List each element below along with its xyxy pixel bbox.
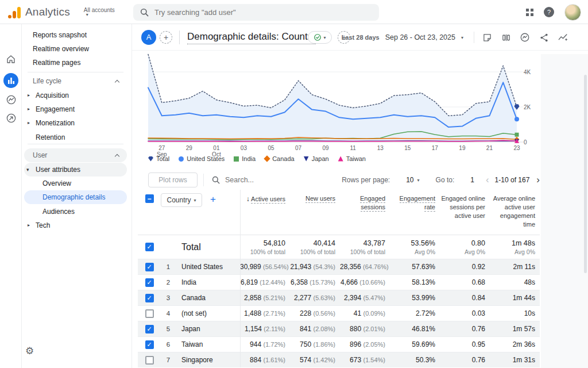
total-cell: 54,810100% of total [240,239,290,255]
goto-page-input[interactable]: 1 [470,176,474,184]
table-search[interactable] [212,176,300,184]
admin-gear-icon[interactable]: ⚙ [25,345,34,357]
account-switcher[interactable]: All accounts ▾ [84,7,115,17]
global-search[interactable] [133,4,379,21]
insights-icon[interactable] [557,32,568,43]
active-users-line-chart[interactable]: 02K4K27Sep2901Oct0305070911131517192123 [132,51,588,170]
table-row[interactable]: 4(not set)1,488 (2.71%)228 (0.56%)41 (0.… [138,305,540,321]
rows-per-page-label: Rows per page: [342,176,390,184]
metric-cell: 53.99% [390,294,440,302]
expand-arrow-icon: ▸ [28,102,30,116]
row-checkbox[interactable] [145,309,154,318]
section-user[interactable]: User [24,148,127,162]
column-header[interactable]: Engaged sessions [340,193,390,212]
advertising-icon[interactable] [3,110,18,125]
row-index: 2 [161,279,176,286]
home-icon[interactable] [3,52,18,67]
metric-cell: 1m 31s [490,356,540,364]
row-checkbox[interactable] [145,263,154,271]
sidebar-item-retention[interactable]: Retention [24,131,127,144]
report-saved-indicator[interactable]: ▾ [308,31,332,44]
row-index: 3 [161,294,176,301]
metric-cell: 0.92 [440,263,490,271]
table-header-row: Country▾ + ↓ Active usersNew usersEngage… [138,190,540,235]
metric-cell: 57.63% [390,263,440,271]
table-body: 1United States30,989 (56.54%)21,943 (54.… [138,259,540,367]
table-search-input[interactable] [225,176,300,184]
date-range-picker[interactable]: Sep 26 - Oct 23, 2025 [385,33,455,41]
table-row[interactable]: 3Canada2,858 (5.21%)2,277 (5.63%)2,394 (… [138,290,540,305]
metric-cell: 2,858 (5.21%) [240,294,290,302]
sidebar-item-monetization[interactable]: ▸Monetization [24,116,127,130]
row-checkbox[interactable] [145,340,154,349]
sidebar-item-reports-snapshot[interactable]: Reports snapshot [24,28,127,42]
next-page-icon[interactable]: › [536,174,540,186]
share-icon[interactable] [538,32,550,43]
top-app-bar: Analytics All accounts ▾ ? [0,0,588,24]
total-cell: 43,787100% of total [340,239,390,255]
total-label: Total [176,242,240,252]
rows-per-page-select[interactable]: 10 [406,176,413,184]
column-header[interactable]: Engaged online sessions per active user [440,193,490,220]
add-collection-icon[interactable]: + [160,31,172,44]
analytics-logo-icon[interactable] [8,6,21,18]
help-icon[interactable]: ? [544,7,554,17]
dimension-dropdown[interactable]: Country▾ [161,193,202,207]
sidebar-item-realtime-pages[interactable]: Realtime pages [24,56,127,70]
metric-cell: 21,943 (54.3%) [290,263,340,271]
sidebar-item-overview[interactable]: Overview [24,177,127,190]
row-checkbox[interactable] [145,294,154,302]
row-checkbox[interactable] [145,356,154,365]
table-row[interactable]: 1United States30,989 (56.54%)21,943 (54.… [138,259,540,274]
explore-link-icon[interactable] [519,32,531,43]
apps-grid-icon[interactable] [526,9,533,16]
table-row[interactable]: 5Japan1,154 (2.11%)841 (2.08%)880 (2.01%… [138,321,540,336]
previous-page-icon[interactable]: ‹ [486,174,489,186]
svg-text:21: 21 [486,145,493,151]
row-checkbox[interactable] [145,325,154,334]
sidebar-item-user-attributes[interactable]: ▾User attributes [24,163,127,177]
column-header[interactable]: Average online active user engagement ti… [490,193,540,228]
date-range-label: Last 28 days [342,34,380,41]
explore-icon[interactable] [3,92,18,107]
metric-cell: 1m 44s [490,294,540,302]
table-row[interactable]: 6Taiwan944 (1.72%)750 (1.86%)896 (2.05%)… [138,336,540,352]
page-title[interactable]: Demographic details: Country [187,31,316,44]
row-checkbox[interactable] [145,278,154,287]
metric-cell: 41 (0.09%) [340,309,390,317]
note-icon[interactable] [481,32,493,43]
sidebar-item-acquisition[interactable]: ▸Acquisition [24,89,127,102]
svg-text:01: 01 [213,145,220,151]
select-all-checkbox[interactable] [145,194,154,203]
reports-icon[interactable] [3,73,18,88]
add-dimension-icon[interactable]: + [210,193,216,206]
total-checkbox[interactable] [145,243,154,251]
column-header[interactable]: New users [290,193,340,203]
cell-country: Canada [176,294,240,302]
sidebar-item-realtime-overview[interactable]: Realtime overview [24,42,127,56]
metric-cell: 0.68 [440,278,490,286]
sidebar-item-audiences[interactable]: Audiences [24,205,127,218]
metric-cell: 0.03 [440,309,490,317]
avatar[interactable] [564,4,581,21]
sidebar-item-engagement[interactable]: ▸Engagement [24,102,127,116]
sidebar-item-tech[interactable]: ▸Tech [24,218,127,232]
metric-cell: 2m 11s [490,263,540,271]
chevron-down-icon[interactable]: ▾ [417,178,420,183]
metric-cell: 896 (2.05%) [340,340,390,348]
comparisons-icon[interactable] [500,32,512,43]
table-row[interactable]: 7Singapore884 (1.61%)574 (1.42%)673 (1.5… [138,352,540,367]
collection-badge[interactable]: A [141,30,156,45]
plot-rows-button[interactable]: Plot rows [148,172,198,187]
column-header[interactable]: ↓ Active users [240,193,290,204]
search-input[interactable] [154,8,350,17]
section-life-cycle[interactable]: Life cycle [24,74,127,88]
reports-nav-drawer: Reports snapshot Realtime overview Realt… [22,24,132,368]
divider [28,72,123,72]
table-row[interactable]: 2India6,819 (12.44%)6,358 (15.73%)4,666 … [138,274,540,290]
legend-item-india: India [234,155,256,162]
sidebar-item-demographic-details[interactable]: Demographic details [24,190,127,204]
column-header[interactable]: Engagement rate [390,193,440,212]
svg-text:0: 0 [524,139,527,145]
legend-item-canada: Canada [265,155,295,162]
